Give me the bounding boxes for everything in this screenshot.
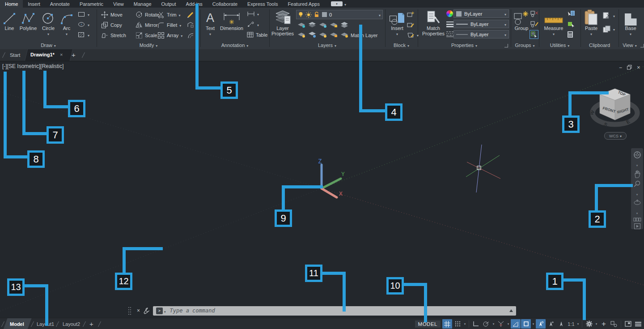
panel-title-modify[interactable]: Modify [97,41,200,49]
tab-view[interactable]: View [108,0,129,8]
panel-title-utilities[interactable]: Utilities [539,41,580,49]
chevron-down-icon[interactable] [576,322,580,326]
close-tab-icon[interactable]: × [60,52,63,57]
chevron-down-icon[interactable] [636,189,638,197]
define-attributes-button[interactable] [407,32,419,38]
panel-launcher-icon[interactable] [640,44,644,47]
drag-grip[interactable] [128,307,131,315]
group-selection-toggle[interactable] [530,30,538,39]
chevron-down-icon[interactable] [636,160,638,168]
dimension-button[interactable]: Dimension [219,9,244,31]
chevron-down-icon[interactable] [594,322,598,326]
panel-title-layers[interactable]: Layers [269,41,385,49]
osnap-tracking-toggle[interactable] [511,319,521,329]
fillet-button[interactable]: Fillet [157,21,181,29]
linetype-dropdown[interactable]: ByLayer [453,30,509,38]
close-command-icon[interactable]: × [137,308,140,314]
model-tab[interactable]: Model [10,318,24,329]
offset-button[interactable] [187,32,194,39]
new-drawing-button[interactable]: + [72,51,76,59]
chevron-down-icon[interactable] [344,1,346,8]
restore-icon[interactable] [627,65,632,70]
isolate-objects-toggle[interactable] [609,319,619,329]
tab-add-ins[interactable]: Add-ins [181,0,208,8]
table-button[interactable]: Table [247,32,267,38]
cut-button[interactable] [603,12,615,19]
tab-manage[interactable]: Manage [129,0,157,8]
panel-title-clipboard[interactable]: Clipboard [580,41,619,49]
tab-output[interactable]: Output [157,0,181,8]
lineweight-dropdown[interactable]: ByLayer [453,20,509,28]
panel-title-block[interactable]: Block [385,41,418,49]
line-button[interactable]: Line [1,9,18,31]
text-button[interactable]: A Text [202,9,218,36]
stretch-button[interactable]: Stretch [101,32,126,39]
quick-select-button[interactable] [567,10,575,17]
steering-wheel-icon[interactable] [633,151,641,159]
measure-button[interactable]: Measure [542,9,565,36]
annotation-visibility-toggle[interactable] [536,319,546,329]
tab-annotate[interactable]: Annotate [45,0,75,8]
lineweight-icon[interactable] [446,21,453,27]
group-button[interactable]: Group [513,9,530,31]
chevron-down-icon[interactable] [531,322,535,326]
trim-button[interactable]: Trim [157,11,181,18]
wcs-dropdown[interactable]: WCS [604,132,627,140]
workspace-gear-button[interactable] [584,319,594,329]
panel-title-draw[interactable]: Draw [0,41,97,49]
ortho-toggle[interactable] [471,319,481,329]
annotation-scale-icon[interactable] [556,319,566,329]
color-wheel-icon[interactable] [446,10,453,17]
new-layout-button[interactable]: + [89,318,93,329]
layer-properties-button[interactable]: Layer Properties [270,9,295,36]
object-color-dropdown[interactable]: ByLayer [453,9,509,18]
panel-launcher-icon[interactable] [504,44,508,47]
tab-express-tools[interactable]: Express Tools [242,0,283,8]
command-input[interactable]: Type a command [153,306,516,316]
match-properties-button[interactable]: Match Properties [420,9,446,36]
navigation-bar[interactable] [631,148,643,229]
polyline-button[interactable]: Polyline [18,9,38,31]
create-block-button[interactable] [407,11,415,17]
tab-parametric[interactable]: Parametric [75,0,108,8]
autoscale-toggle[interactable] [546,319,556,329]
chevron-down-icon[interactable] [506,322,510,326]
customize-menu-button[interactable] [633,319,643,329]
model-space-toggle[interactable]: MODEL [415,320,441,328]
zoom-icon[interactable] [633,180,641,188]
tab-insert[interactable]: Insert [23,0,45,8]
rotate-button[interactable]: Rotate [136,11,159,18]
tab-collaborate[interactable]: Collaborate [208,0,242,8]
leader-button[interactable] [247,21,259,27]
close-icon[interactable]: × [637,64,640,71]
layout2-tab[interactable]: Layout2 [63,318,80,329]
chevron-down-icon[interactable] [491,322,496,326]
command-history-icon[interactable] [509,309,513,312]
erase-button[interactable] [187,11,194,18]
panel-title-view[interactable]: View [619,41,641,49]
minimize-icon[interactable]: − [619,64,622,71]
base-view-button[interactable]: Base [622,9,640,36]
paste-button[interactable]: Paste [582,9,600,36]
orbit-icon[interactable] [633,199,641,207]
tab-featured-apps[interactable]: Featured Apps [283,0,325,8]
explode-button[interactable] [187,21,194,29]
ellipse-button[interactable] [78,21,89,28]
osnap-toggle[interactable] [521,319,531,329]
snap-toggle[interactable] [453,319,462,329]
arc-button[interactable]: Arc [58,9,75,36]
pan-hand-icon[interactable] [633,170,641,179]
drawing-tab[interactable]: Drawing1* [30,52,55,57]
linetype-icon[interactable] [446,31,453,37]
layer-dropdown[interactable]: 0 [296,10,383,19]
group-edit-button[interactable] [530,21,538,27]
grid-toggle[interactable] [442,319,452,329]
quick-calculator-button[interactable] [567,31,573,38]
copy-clip-button[interactable] [603,26,615,33]
hatch-button[interactable] [78,31,89,38]
match-layer-button[interactable]: Match Layer [351,33,378,38]
move-button[interactable]: Move [101,11,123,18]
polar-tracking-toggle[interactable] [481,319,491,329]
viewport-controls-label[interactable]: [-][SE Isometric][Realistic] [2,63,64,69]
chevron-down-icon[interactable] [463,322,467,326]
